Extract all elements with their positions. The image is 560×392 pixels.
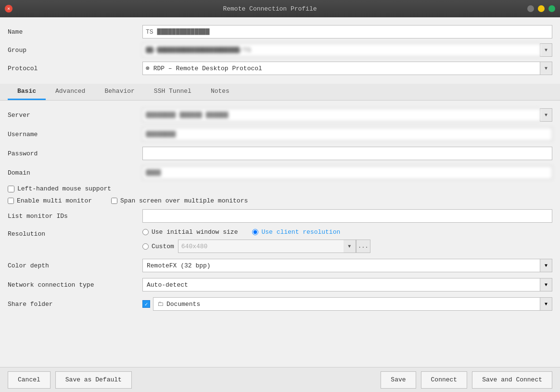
save-default-button[interactable]: Save as Default [55,371,132,389]
name-row: Name [8,25,552,38]
bottom-bar: Cancel Save as Default Save Connect Save… [0,367,560,392]
custom-radio[interactable] [142,243,149,250]
minimize-icon[interactable] [527,5,534,12]
use-client-resolution-label: Use client resolution [261,228,340,236]
resolution-options: Use initial window size Use client resol… [142,228,552,253]
share-folder-checkmark: ✓ [145,301,148,307]
share-folder-row: Share folder ✓ 🗀 Documents ▼ [8,297,552,311]
connect-button[interactable]: Connect [421,371,468,389]
protocol-dropdown-arrow[interactable]: ▼ [540,62,552,75]
domain-input[interactable] [142,166,552,179]
password-row: Password [8,147,552,160]
title-bar: ✕ Remote Connection Profile [0,0,560,17]
color-depth-dropdown-arrow[interactable]: ▼ [540,259,552,272]
multi-monitor-item: Enable multi monitor [8,197,92,204]
network-connection-row: Network connection type Auto-detect ▼ [8,278,552,291]
server-dropdown-arrow[interactable]: ▼ [540,108,552,122]
server-dropdown: ▼ [142,108,552,122]
color-depth-label: Color depth [8,262,142,269]
group-dropdown-arrow[interactable]: ▼ [540,43,552,57]
resolution-label: Resolution [8,228,142,238]
multi-monitor-label: Enable multi monitor [17,197,92,204]
span-screen-item: Span screen over multiple monitors [111,197,248,204]
cancel-button[interactable]: Cancel [8,371,51,389]
name-label: Name [8,28,142,36]
basic-tab-content: Server ▼ Username Password Domain Left-h… [0,101,560,367]
username-label: Username [8,131,142,138]
share-folder-dropdown-arrow[interactable]: ▼ [540,297,552,311]
use-client-resolution-item: Use client resolution [252,228,340,236]
custom-label: Custom [152,243,174,250]
username-input[interactable] [142,127,552,141]
network-connection-select-wrap: Auto-detect ▼ [142,278,552,291]
save-connect-button[interactable]: Save and Connect [472,371,552,389]
list-monitor-input[interactable] [142,209,552,223]
protocol-label: Protocol [8,65,142,72]
custom-resolution-btn[interactable]: ... [356,240,370,253]
color-depth-row: Color depth RemoteFX (32 bpp) ▼ [8,259,552,272]
span-screen-checkbox[interactable] [111,198,117,204]
protocol-input[interactable] [142,62,540,75]
maximize-icon[interactable] [538,5,545,12]
color-depth-value[interactable]: RemoteFX (32 bpp) [142,259,540,272]
span-screen-label: Span screen over multiple monitors [120,197,248,204]
share-folder-label: Share folder [8,301,142,308]
use-client-resolution-radio[interactable] [252,229,258,235]
left-mouse-label: Left-handed mouse support [17,185,111,192]
list-monitor-row: List monitor IDs [8,209,552,223]
window-controls [527,5,555,12]
main-window: Name Group ▼ Protocol ▼ Basic Advanced B… [0,17,560,392]
app-icon: ✕ [5,5,13,13]
use-initial-window-item: Use initial window size [142,228,238,236]
resolution-radio-top: Use initial window size Use client resol… [142,228,552,236]
tab-advanced[interactable]: Advanced [46,84,95,100]
close-icon[interactable] [548,5,555,12]
title-bar-left: ✕ [5,5,13,13]
folder-icon: 🗀 [157,301,164,308]
domain-row: Domain [8,166,552,179]
server-row: Server ▼ [8,108,552,122]
share-folder-checkbox[interactable]: ✓ [142,300,150,308]
password-input[interactable] [142,147,552,160]
network-connection-value[interactable]: Auto-detect [142,278,540,291]
use-initial-window-label: Use initial window size [152,228,238,236]
tab-basic[interactable]: Basic [8,84,46,100]
server-input[interactable] [142,108,540,122]
custom-input-wrap: ▼ ... [178,240,370,253]
network-connection-label: Network connection type [8,281,142,289]
multi-monitor-checkbox[interactable] [8,198,14,204]
left-mouse-row: Left-handed mouse support [8,185,552,192]
username-row: Username [8,127,552,141]
resolution-row: Resolution Use initial window size Use c… [8,228,552,253]
protocol-row: Protocol ▼ [8,62,552,75]
window-title: Remote Connection Profile [223,5,317,13]
share-folder-select-wrap: 🗀 Documents ▼ [153,297,552,311]
group-input[interactable] [142,43,540,57]
list-monitor-label: List monitor IDs [8,213,142,220]
custom-resolution-dropdown-arrow[interactable]: ▼ [344,240,356,253]
protocol-dropdown: ▼ [142,62,552,75]
network-connection-dropdown-arrow[interactable]: ▼ [540,278,552,291]
tab-ssh-tunnel[interactable]: SSH Tunnel [144,84,201,100]
custom-resolution-input[interactable] [178,240,344,253]
custom-resolution-row: Custom ▼ ... [142,240,552,253]
monitor-row: Enable multi monitor Span screen over mu… [8,197,552,204]
left-mouse-checkbox[interactable] [8,186,14,192]
use-initial-window-radio[interactable] [142,229,149,235]
group-dropdown: ▼ [142,43,552,57]
custom-radio-item: Custom [142,243,174,250]
share-folder-select[interactable]: 🗀 Documents [153,297,540,311]
tabs-container: Basic Advanced Behavior SSH Tunnel Notes [0,84,560,101]
domain-label: Domain [8,169,142,177]
tab-notes[interactable]: Notes [201,84,239,100]
share-folder-content: ✓ 🗀 Documents ▼ [142,297,552,311]
group-row: Group ▼ [8,43,552,57]
server-label: Server [8,112,142,119]
group-label: Group [8,47,142,54]
save-button[interactable]: Save [381,371,416,389]
color-depth-select-wrap: RemoteFX (32 bpp) ▼ [142,259,552,272]
profile-form-area: Name Group ▼ Protocol ▼ [0,17,560,84]
tab-behavior[interactable]: Behavior [95,84,144,100]
name-input[interactable] [142,25,552,38]
password-label: Password [8,150,142,157]
